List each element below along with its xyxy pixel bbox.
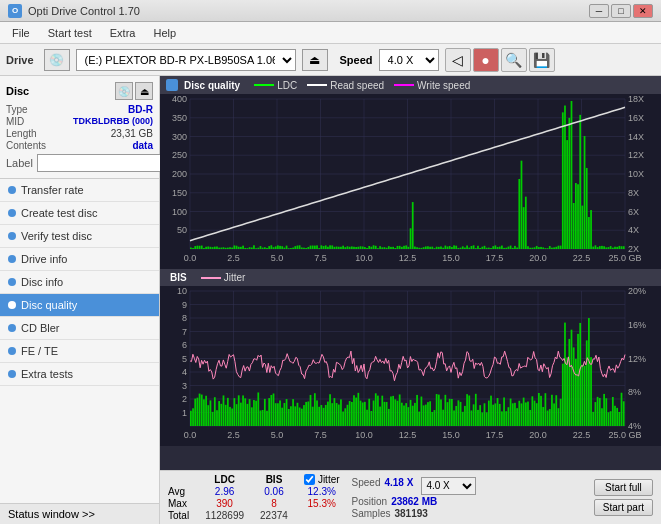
readspeed-label: Read speed <box>330 80 384 91</box>
speed-stat-select[interactable]: 4.0 X <box>421 477 476 495</box>
samples-value: 381193 <box>394 508 427 519</box>
nav-label-cd-bler: CD Bler <box>21 322 60 334</box>
contents-label: Contents <box>6 140 46 151</box>
nav-label-disc-info: Disc info <box>21 276 63 288</box>
bis-avg: 0.06 <box>260 486 288 497</box>
drive-label: Drive <box>6 54 34 66</box>
ldc-color <box>254 84 274 86</box>
charts-area: Disc quality LDC Read speed Write speed <box>160 76 661 470</box>
type-value: BD-R <box>128 104 153 115</box>
speed-stat-value: 4.18 X <box>384 477 413 495</box>
stats-table: Avg Max Total LDC 2.96 390 1128699 BIS 0… <box>168 474 340 521</box>
save-btn[interactable]: 💾 <box>529 48 555 72</box>
chart-title-icon <box>166 79 178 91</box>
jitter-total <box>304 510 340 521</box>
total-label: Total <box>168 510 189 521</box>
bottom-chart <box>160 286 661 446</box>
nav-label-create-test-disc: Create test disc <box>21 207 97 219</box>
speed-label: Speed <box>340 54 373 66</box>
stats-row-labels: Avg Max Total <box>168 474 189 521</box>
bis-chart-canvas <box>160 286 661 446</box>
bis-legend: Jitter <box>201 272 246 283</box>
menu-extra[interactable]: Extra <box>102 25 144 41</box>
start-buttons: Start full Start part <box>594 479 653 516</box>
nav-label-extra-tests: Extra tests <box>21 368 73 380</box>
sidebar-item-extra-tests[interactable]: Extra tests <box>0 363 159 386</box>
nav-dot-transfer-rate <box>8 186 16 194</box>
writespeed-color <box>394 84 414 86</box>
menu-bar: File Start test Extra Help <box>0 22 661 44</box>
sidebar-item-drive-info[interactable]: Drive info <box>0 248 159 271</box>
top-chart <box>160 94 661 269</box>
legend-writespeed: Write speed <box>394 80 470 91</box>
label-label: Label <box>6 157 33 169</box>
disc-action-btn2[interactable]: 🔍 <box>501 48 527 72</box>
nav-dot-create-test-disc <box>8 209 16 217</box>
stats-jitter: Jitter 12.3% 15.3% <box>304 474 340 521</box>
stats-bar: Avg Max Total LDC 2.96 390 1128699 BIS 0… <box>160 470 661 524</box>
nav-dot-cd-bler <box>8 324 16 332</box>
disc-eject-btn[interactable]: ⏏ <box>135 82 153 100</box>
nav-label-drive-info: Drive info <box>21 253 67 265</box>
ldc-max: 390 <box>205 498 244 509</box>
start-part-button[interactable]: Start part <box>594 499 653 516</box>
maximize-button[interactable]: □ <box>611 4 631 18</box>
right-panel: Disc quality LDC Read speed Write speed <box>160 76 661 524</box>
jitter-label: Jitter <box>224 272 246 283</box>
drive-icon-btn[interactable]: 💿 <box>44 49 70 71</box>
bis-title: BIS <box>170 272 187 283</box>
empty-header <box>168 474 189 485</box>
legend: LDC Read speed Write speed <box>254 80 470 91</box>
speed-controls: ◁ ● 🔍 💾 <box>445 48 555 72</box>
nav-dot-disc-info <box>8 278 16 286</box>
samples-label: Samples <box>352 508 391 519</box>
disc-action-btn1[interactable]: ● <box>473 48 499 72</box>
close-button[interactable]: ✕ <box>633 4 653 18</box>
mid-label: MID <box>6 116 24 127</box>
type-label: Type <box>6 104 28 115</box>
stats-bis: BIS 0.06 8 22374 <box>260 474 288 521</box>
menu-start-test[interactable]: Start test <box>40 25 100 41</box>
status-window-button[interactable]: Status window >> <box>0 503 159 524</box>
speed-select[interactable]: 4.0 X <box>379 49 439 71</box>
ldc-header: LDC <box>205 474 244 485</box>
window-controls: ─ □ ✕ <box>589 4 653 18</box>
nav-list: Transfer rateCreate test discVerify test… <box>0 179 159 386</box>
position-row: Position 23862 MB <box>352 496 477 507</box>
contents-value: data <box>132 140 153 151</box>
app-title: Opti Drive Control 1.70 <box>28 5 140 17</box>
nav-label-disc-quality: Disc quality <box>21 299 77 311</box>
jitter-checkbox[interactable] <box>304 474 315 485</box>
disc-panel: Disc 💿 ⏏ Type BD-R MID TDKBLDRBB (000) L… <box>0 76 159 179</box>
jitter-color <box>201 277 221 279</box>
minimize-button[interactable]: ─ <box>589 4 609 18</box>
sidebar-item-cd-bler[interactable]: CD Bler <box>0 317 159 340</box>
chart-title-bar: Disc quality LDC Read speed Write speed <box>160 76 661 94</box>
menu-help[interactable]: Help <box>145 25 184 41</box>
jitter-avg: 12.3% <box>304 486 340 497</box>
start-full-button[interactable]: Start full <box>594 479 653 496</box>
bis-max: 8 <box>260 498 288 509</box>
eject-button[interactable]: ⏏ <box>302 49 328 71</box>
avg-label: Avg <box>168 486 189 497</box>
drive-select[interactable]: (E:) PLEXTOR BD-R PX-LB950SA 1.06 <box>76 49 296 71</box>
legend-readspeed: Read speed <box>307 80 384 91</box>
sidebar-item-disc-quality[interactable]: Disc quality <box>0 294 159 317</box>
sidebar: Disc 💿 ⏏ Type BD-R MID TDKBLDRBB (000) L… <box>0 76 160 524</box>
sidebar-item-disc-info[interactable]: Disc info <box>0 271 159 294</box>
sidebar-item-create-test-disc[interactable]: Create test disc <box>0 202 159 225</box>
sidebar-item-transfer-rate[interactable]: Transfer rate <box>0 179 159 202</box>
nav-label-verify-test-disc: Verify test disc <box>21 230 92 242</box>
writespeed-label: Write speed <box>417 80 470 91</box>
label-input[interactable] <box>37 154 170 172</box>
speed-down-btn[interactable]: ◁ <box>445 48 471 72</box>
bis-title-bar: BIS Jitter <box>160 269 661 286</box>
samples-row: Samples 381193 <box>352 508 477 519</box>
sidebar-item-fe-te[interactable]: FE / TE <box>0 340 159 363</box>
readspeed-color <box>307 84 327 86</box>
ldc-total: 1128699 <box>205 510 244 521</box>
disc-icon-btn[interactable]: 💿 <box>115 82 133 100</box>
sidebar-item-verify-test-disc[interactable]: Verify test disc <box>0 225 159 248</box>
menu-file[interactable]: File <box>4 25 38 41</box>
length-label: Length <box>6 128 37 139</box>
